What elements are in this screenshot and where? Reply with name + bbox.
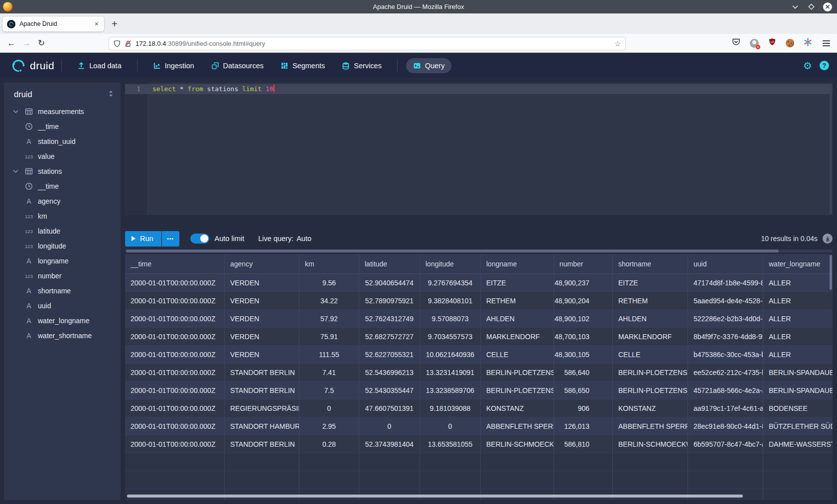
table-cell[interactable]: ALLER <box>763 346 833 364</box>
scrollbar-thumb[interactable] <box>126 250 779 252</box>
reload-button[interactable]: ↻ <box>34 38 49 48</box>
table-cell[interactable]: BODENSEE <box>763 399 833 417</box>
table-cell[interactable]: 6b595707-8c47-4bc7-a8a <box>688 435 763 453</box>
bookmark-star-icon[interactable]: ☆ <box>614 40 621 48</box>
table-cell[interactable]: 48,900,102 <box>554 310 613 328</box>
column-header-longitude[interactable]: longitude <box>420 254 481 273</box>
run-more-button[interactable]: ••• <box>162 231 179 247</box>
druid-brand[interactable]: druid <box>11 58 54 73</box>
table-cell[interactable]: 34.22 <box>299 292 359 310</box>
table-cell[interactable]: 2000-01-01T00:00:00.000Z <box>125 364 225 381</box>
live-query-value[interactable]: Auto <box>296 235 311 243</box>
table-cell[interactable]: 5aaed954-de4e-4528-8f <box>688 292 763 310</box>
browser-tab[interactable]: Apache Druid × <box>2 16 105 32</box>
schema-column-water_longname[interactable]: Awater_longname <box>4 313 121 328</box>
table-cell[interactable]: BERLIN-PLOETZENSEE OW <box>613 364 688 381</box>
table-cell[interactable]: 2000-01-01T00:00:00.000Z <box>125 310 225 328</box>
table-cell[interactable]: 52.3743981404 <box>359 435 420 453</box>
table-cell[interactable]: VERDEN <box>225 346 299 364</box>
table-scrollbar-top[interactable] <box>125 250 833 252</box>
table-cell[interactable]: STANDORT BERLIN <box>225 364 299 381</box>
schema-table-measurements[interactable]: measurements <box>4 104 121 119</box>
table-cell[interactable]: 13.3238589706 <box>420 381 481 399</box>
schema-column-agency[interactable]: Aagency <box>4 194 121 209</box>
nav-item-segments[interactable]: Segments <box>274 58 332 73</box>
table-cell[interactable]: MARKLENDORF <box>481 328 554 346</box>
table-cell[interactable]: BERLIN-PLOETZENSEE UW <box>613 381 688 399</box>
table-cell[interactable]: 75.91 <box>299 328 359 346</box>
table-cell[interactable]: 10.0621640936 <box>420 346 481 364</box>
table-cell[interactable]: KONSTANZ <box>481 399 554 417</box>
column-header-number[interactable]: number <box>554 254 613 273</box>
table-cell[interactable]: STANDORT BERLIN <box>225 435 299 453</box>
table-cell[interactable]: 9.3828408101 <box>420 292 481 310</box>
table-cell[interactable]: 0 <box>359 417 420 435</box>
table-cell[interactable]: 2000-01-01T00:00:00.000Z <box>125 381 225 399</box>
account-icon[interactable] <box>750 39 759 48</box>
table-cell[interactable]: 52.5430355447 <box>359 381 420 399</box>
table-cell[interactable]: VERDEN <box>225 310 299 328</box>
table-cell[interactable]: 0 <box>420 417 481 435</box>
query-text[interactable]: select * from stations limit 10 <box>152 84 275 94</box>
table-cell[interactable]: DAHME-WASSERSTRASSE <box>763 435 833 453</box>
table-cell[interactable]: aa9179c1-17ef-4c61-a48 <box>688 399 763 417</box>
table-cell[interactable]: 2000-01-01T00:00:00.000Z <box>125 435 225 453</box>
table-cell[interactable]: 28ec91e8-90c0-44d1-8f6 <box>688 417 763 435</box>
column-header-agency[interactable]: agency <box>225 254 299 273</box>
schema-column-number[interactable]: 123number <box>4 268 121 283</box>
table-cell[interactable]: 9.181039088 <box>420 399 481 417</box>
table-cell[interactable]: BERLIN-PLOETZENSEE OW <box>481 364 554 381</box>
table-cell[interactable]: STANDORT HAMBURG <box>225 417 299 435</box>
insecure-lock-icon[interactable] <box>125 40 132 47</box>
window-minimize-button[interactable] <box>791 3 799 11</box>
auto-limit-label[interactable]: Auto limit <box>215 235 245 243</box>
table-scrollbar-bottom[interactable] <box>127 495 743 498</box>
schema-column-uuid[interactable]: Auuid <box>4 298 121 313</box>
table-cell[interactable]: 45721a68-566c-4e2a-a6f <box>688 381 763 399</box>
table-scrollbar-right[interactable] <box>830 255 832 290</box>
nav-item-services[interactable]: Services <box>335 58 389 73</box>
table-cell[interactable]: BERLIN-SCHMOECKWITZ W <box>481 435 554 453</box>
table-cell[interactable]: 9.56 <box>299 274 359 292</box>
table-cell[interactable]: BERLIN-PLOETZENSEE UW <box>481 381 554 399</box>
nav-item-datasources[interactable]: Datasources <box>204 58 271 73</box>
table-cell[interactable]: RETHEM <box>613 292 688 310</box>
schema-column-shortname[interactable]: Ashortname <box>4 283 121 298</box>
table-cell[interactable]: VERDEN <box>225 274 299 292</box>
table-cell[interactable]: 52.9040654474 <box>359 274 420 292</box>
table-cell[interactable]: 52.5436996213 <box>359 364 420 381</box>
table-cell[interactable]: REGIERUNGSPRÄSIDIUM T <box>225 399 299 417</box>
column-header-__time[interactable]: __time <box>125 254 225 273</box>
column-header-latitude[interactable]: latitude <box>359 254 420 273</box>
table-cell[interactable]: 7.5 <box>299 381 359 399</box>
column-header-water_longname[interactable]: water_longname <box>763 254 833 273</box>
table-cell[interactable]: AHLDEN <box>613 310 688 328</box>
table-cell[interactable]: 2000-01-01T00:00:00.000Z <box>125 328 225 346</box>
table-cell[interactable]: 57.92 <box>299 310 359 328</box>
table-cell[interactable]: b475386c-30cc-453a-b3 <box>688 346 763 364</box>
table-cell[interactable]: 2000-01-01T00:00:00.000Z <box>125 399 225 417</box>
schema-column-water_shortname[interactable]: Awater_shortname <box>4 328 121 343</box>
schema-title[interactable]: druid <box>14 90 108 99</box>
schema-table-stations[interactable]: stations <box>4 164 121 179</box>
table-cell[interactable]: 8b4f9f7c-3376-4dd8-95c <box>688 328 763 346</box>
column-header-longname[interactable]: longname <box>481 254 554 273</box>
table-cell[interactable]: ALLER <box>763 310 833 328</box>
extension-asterisk-icon[interactable] <box>804 38 812 48</box>
new-tab-button[interactable]: + <box>112 19 118 29</box>
table-cell[interactable]: 48,900,204 <box>554 292 613 310</box>
run-button[interactable]: Run <box>125 231 161 247</box>
table-cell[interactable]: 13.3231419091 <box>420 364 481 381</box>
schema-column-km[interactable]: 123km <box>4 209 121 224</box>
table-cell[interactable]: KONSTANZ <box>613 399 688 417</box>
editor-scrollbar[interactable] <box>830 84 832 214</box>
tab-close-icon[interactable]: × <box>94 20 100 28</box>
table-cell[interactable]: 52.7890975921 <box>359 292 420 310</box>
cookie-icon[interactable] <box>786 39 794 47</box>
auto-limit-toggle[interactable] <box>190 234 209 244</box>
table-cell[interactable]: MARKLENDORF <box>613 328 688 346</box>
window-maximize-button[interactable] <box>807 3 815 11</box>
table-cell[interactable]: BERLIN-SPANDAUER-SCH <box>763 364 833 381</box>
table-cell[interactable]: 586,640 <box>554 364 613 381</box>
schema-column-__time[interactable]: __time <box>4 179 121 194</box>
